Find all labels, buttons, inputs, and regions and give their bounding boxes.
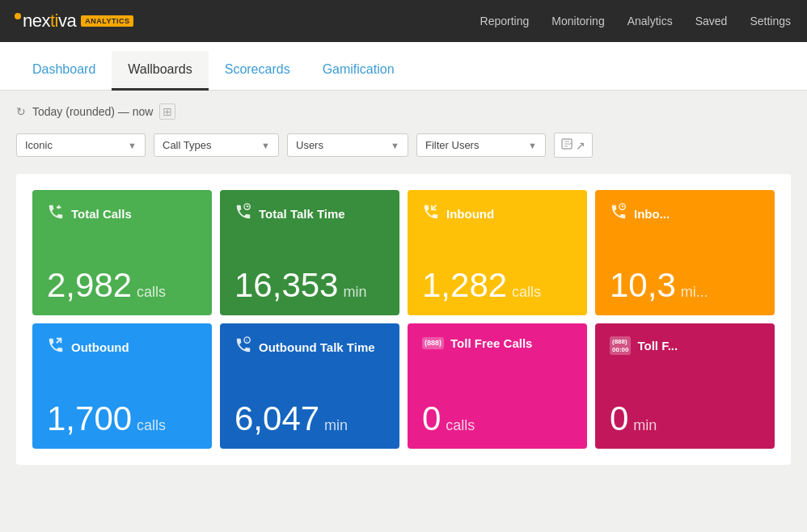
card-outbound-header: Outbound xyxy=(47,336,197,358)
outbound-talk-time-icon: ∞ xyxy=(234,336,252,358)
toll-free-calls-value-row: 0 calls xyxy=(422,402,573,436)
nav-saved[interactable]: Saved xyxy=(695,15,728,27)
toll-free-partial-unit: min xyxy=(633,417,657,434)
tab-scorecards[interactable]: Scorecards xyxy=(209,51,306,91)
card-inbound-talk-time-header: Inbo... xyxy=(610,203,760,225)
total-calls-title: Total Calls xyxy=(71,207,132,221)
calltypes-dropdown-arrow: ▼ xyxy=(261,141,270,150)
toll-free-calls-unit: calls xyxy=(446,417,475,434)
nav-analytics[interactable]: Analytics xyxy=(627,15,673,27)
card-toll-free-partial: (888)00:00 Toll F... 0 min xyxy=(595,323,775,449)
outbound-talk-time-unit: min xyxy=(324,417,348,434)
card-inbound-talk-time: Inbo... 10,3 mi... xyxy=(595,190,775,315)
outbound-value-row: 1,700 calls xyxy=(47,402,197,436)
nav-monitoring[interactable]: Monitoring xyxy=(551,15,604,27)
refresh-icon[interactable]: ↻ xyxy=(16,105,26,118)
inbound-talk-time-unit: mi... xyxy=(681,284,708,301)
filterusers-dropdown-arrow: ▼ xyxy=(528,141,537,150)
toll-free-partial-value: 0 xyxy=(610,402,628,436)
total-calls-icon xyxy=(47,203,65,225)
total-calls-unit: calls xyxy=(137,284,166,301)
main-content: ↻ Today (rounded) — now ⊞ Iconic ▼ Call … xyxy=(0,91,807,478)
card-toll-free-calls: (888) Toll Free Calls 0 calls xyxy=(408,323,587,449)
toll-free-partial-title: Toll F... xyxy=(637,339,678,353)
nav-reporting[interactable]: Reporting xyxy=(480,15,530,27)
card-outbound-talk-time: ∞ Outbound Talk Time 6,047 min xyxy=(220,323,399,449)
outbound-talk-time-value: 6,047 xyxy=(234,402,319,436)
outbound-value: 1,700 xyxy=(47,402,132,436)
cards-wrapper: Total Calls 2,982 calls xyxy=(16,174,791,465)
outbound-unit: calls xyxy=(137,417,166,434)
main-nav: Reporting Monitoring Analytics Saved Set… xyxy=(480,15,791,27)
export-button[interactable]: ↗ xyxy=(554,133,593,158)
date-row: ↻ Today (rounded) — now ⊞ xyxy=(16,103,791,120)
card-total-talk-time-header: Total Talk Time xyxy=(234,203,385,225)
date-text: Today (rounded) — now xyxy=(32,105,153,118)
users-dropdown[interactable]: Users ▼ xyxy=(287,133,408,157)
logo-text: nextiva xyxy=(23,11,76,32)
inbound-unit: calls xyxy=(512,284,541,301)
calendar-icon[interactable]: ⊞ xyxy=(159,103,175,120)
card-toll-free-partial-header: (888)00:00 Toll F... xyxy=(610,336,760,355)
total-calls-value-row: 2,982 calls xyxy=(47,268,197,302)
total-talk-time-title: Total Talk Time xyxy=(259,207,345,221)
toll-free-partial-icon: (888)00:00 xyxy=(610,336,631,355)
filter-row: Iconic ▼ Call Types ▼ Users ▼ Filter Use… xyxy=(16,133,791,158)
card-outbound: Outbound 1,700 calls xyxy=(32,323,212,449)
outbound-title: Outbound xyxy=(71,340,129,354)
outbound-talk-time-title: Outbound Talk Time xyxy=(259,340,375,354)
tab-dashboard[interactable]: Dashboard xyxy=(16,51,112,91)
tab-gamification[interactable]: Gamification xyxy=(306,51,411,91)
inbound-talk-time-title: Inbo... xyxy=(634,207,670,221)
svg-text:∞: ∞ xyxy=(246,339,248,342)
inbound-talk-time-icon xyxy=(610,203,627,225)
cards-grid: Total Calls 2,982 calls xyxy=(32,190,775,449)
iconic-dropdown[interactable]: Iconic ▼ xyxy=(16,133,146,157)
card-inbound-header: Inbound xyxy=(422,203,573,225)
call-types-dropdown[interactable]: Call Types ▼ xyxy=(154,133,279,157)
users-dropdown-arrow: ▼ xyxy=(391,141,399,150)
toll-free-calls-icon: (888) xyxy=(422,337,444,349)
nav-settings[interactable]: Settings xyxy=(750,15,791,27)
inbound-icon xyxy=(422,203,440,225)
toll-free-partial-value-row: 0 min xyxy=(610,402,760,436)
inbound-value: 1,282 xyxy=(422,268,507,302)
card-outbound-talk-time-header: ∞ Outbound Talk Time xyxy=(234,336,385,358)
tabs-container: Dashboard Wallboards Scorecards Gamifica… xyxy=(0,42,807,91)
card-total-talk-time: Total Talk Time 16,353 min xyxy=(220,190,399,315)
inbound-title: Inbound xyxy=(446,207,494,221)
filter-users-dropdown[interactable]: Filter Users ▼ xyxy=(416,133,546,157)
total-calls-value: 2,982 xyxy=(47,268,132,302)
logo-area: nextiva ANALYTICS xyxy=(16,11,133,32)
analytics-badge: ANALYTICS xyxy=(81,15,133,27)
total-talk-time-value-row: 16,353 min xyxy=(234,268,385,302)
outbound-talk-time-value-row: 6,047 min xyxy=(234,402,385,436)
total-talk-time-icon xyxy=(234,203,252,225)
outbound-icon xyxy=(47,336,65,358)
total-talk-time-unit: min xyxy=(343,284,366,301)
tab-wallboards[interactable]: Wallboards xyxy=(112,51,208,91)
inbound-value-row: 1,282 calls xyxy=(422,268,573,302)
inbound-talk-time-value-row: 10,3 mi... xyxy=(610,268,760,302)
toll-free-calls-title: Toll Free Calls xyxy=(450,336,532,350)
toll-free-calls-value: 0 xyxy=(422,402,441,436)
card-inbound: Inbound 1,282 calls xyxy=(408,190,587,315)
iconic-dropdown-arrow: ▼ xyxy=(128,141,137,150)
inbound-talk-time-value: 10,3 xyxy=(610,268,676,302)
total-talk-time-value: 16,353 xyxy=(234,268,338,302)
header: nextiva ANALYTICS Reporting Monitoring A… xyxy=(0,0,807,42)
logo-dot xyxy=(15,13,21,19)
card-total-calls-header: Total Calls xyxy=(47,203,197,225)
card-total-calls: Total Calls 2,982 calls xyxy=(32,190,212,315)
card-toll-free-calls-header: (888) Toll Free Calls xyxy=(422,336,573,350)
